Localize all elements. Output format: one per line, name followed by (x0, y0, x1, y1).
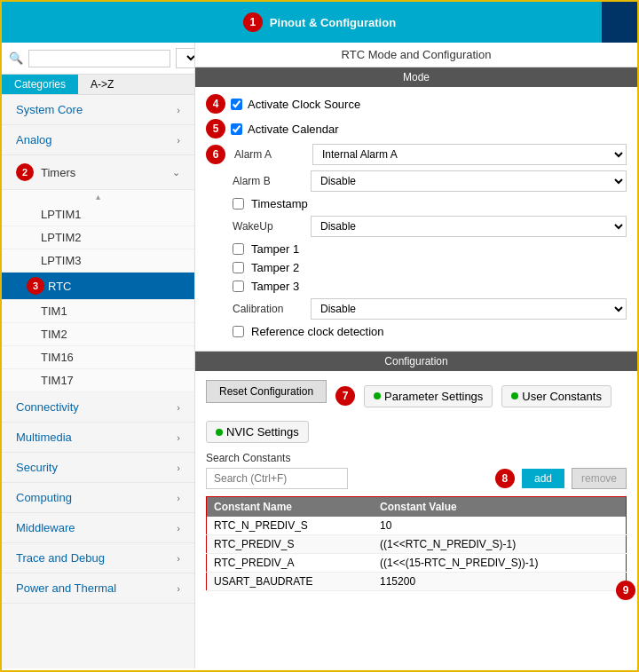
alarm-b-select[interactable]: Disable (311, 170, 627, 192)
table-row[interactable]: RTC_PREDIV_A ((1<<(15-RTC_N_PREDIV_S))-1… (207, 554, 627, 573)
tamper2-label: Tamper 2 (251, 261, 299, 274)
activate-clock-label: Activate Clock Source (248, 98, 360, 111)
table-row[interactable]: USART_BAUDRATE 115200 (207, 573, 627, 591)
tab-parameter-settings[interactable]: Parameter Settings (364, 385, 493, 407)
wakeup-select[interactable]: Disable (311, 216, 627, 237)
step-8-badge: 8 (495, 469, 515, 488)
sub-item-label: TIM1 (41, 304, 67, 318)
search-input[interactable] (28, 50, 170, 67)
scroll-up-indicator: ▴ (2, 190, 194, 203)
sidebar-item-system-core[interactable]: System Core › (2, 95, 194, 125)
sidebar-item-security[interactable]: Security › (2, 453, 194, 483)
step-7-badge: 7 (335, 386, 355, 406)
sidebar-item-label: System Core (16, 103, 83, 116)
sub-item-rtc[interactable]: 3 RTC (2, 273, 194, 300)
sidebar-item-multimedia[interactable]: Multimedia › (2, 423, 194, 453)
sidebar-item-label: Middleware (16, 521, 75, 534)
sidebar-item-middleware[interactable]: Middleware › (2, 513, 194, 543)
activate-clock-checkbox[interactable] (231, 99, 242, 110)
calibration-label: Calibration (233, 303, 304, 315)
add-button[interactable]: add (522, 469, 564, 488)
sub-item-tim16[interactable]: TIM16 (2, 346, 194, 369)
wakeup-label: WakeUp (233, 220, 304, 233)
constants-search-row: 8 add remove (206, 468, 627, 489)
alarm-a-select[interactable]: Internal Alarm A (312, 144, 627, 165)
tab-categories[interactable]: Categories (2, 75, 78, 94)
sub-item-tim1[interactable]: TIM1 (2, 300, 194, 323)
constants-table: Constant Name Constant Value RTC_N_PREDI… (206, 496, 627, 591)
table-row[interactable]: RTC_N_PREDIV_S 10 (207, 517, 627, 535)
constant-name: RTC_PREDIV_S (207, 535, 374, 554)
sub-item-label: LPTIM1 (41, 208, 82, 221)
timestamp-checkbox[interactable] (233, 198, 244, 210)
sub-item-lptim2[interactable]: LPTIM2 (2, 226, 194, 249)
calibration-select[interactable]: Disable (311, 298, 627, 320)
calibration-row: Calibration Disable (206, 298, 627, 320)
activate-calendar-label: Activate Calendar (248, 123, 339, 136)
constant-name: RTC_PREDIV_A (207, 554, 374, 573)
wakeup-row: WakeUp Disable (206, 216, 627, 237)
chevron-right-icon: › (177, 583, 180, 594)
tab-nvic-settings[interactable]: NVIC Settings (206, 421, 309, 443)
tamper2-row: Tamper 2 (206, 261, 627, 274)
alarm-b-label: Alarm B (233, 175, 304, 187)
search-constants-label: Search Constants (206, 452, 627, 464)
sidebar-item-label: Analog (16, 133, 51, 146)
tab-dot-icon (511, 392, 518, 399)
activate-calendar-checkbox[interactable] (231, 123, 242, 135)
sub-item-label: TIM16 (41, 351, 74, 364)
search-dropdown[interactable] (176, 48, 195, 68)
tab-user-constants[interactable]: User Constants (501, 385, 611, 407)
ref-clock-checkbox[interactable] (233, 326, 244, 337)
tamper3-row: Tamper 3 (206, 280, 627, 293)
alarm-a-label: Alarm A (234, 148, 305, 161)
sub-item-tim17[interactable]: TIM17 (2, 369, 194, 392)
sidebar-item-trace-debug[interactable]: Trace and Debug › (2, 543, 194, 573)
chevron-right-icon: › (177, 402, 180, 413)
step-2-badge: 2 (16, 163, 34, 181)
tab-label: Parameter Settings (384, 390, 483, 403)
chevron-right-icon: › (177, 523, 180, 534)
sub-item-lptim3[interactable]: LPTIM3 (2, 249, 194, 273)
sidebar-item-label: Computing (16, 491, 72, 504)
sidebar-item-power-thermal[interactable]: Power and Thermal › (2, 573, 194, 604)
sidebar-item-timers[interactable]: 2 Timers ⌄ (2, 155, 194, 190)
activate-clock-row: 4 Activate Clock Source (206, 94, 627, 114)
header-title: Pinout & Configuration (270, 16, 396, 29)
tamper3-label: Tamper 3 (251, 280, 299, 293)
sidebar-item-label: Connectivity (16, 400, 79, 414)
sidebar-item-computing[interactable]: Computing › (2, 483, 194, 513)
alarm-b-row: Alarm B Disable (206, 170, 627, 192)
timers-sub-items: ▴ LPTIM1 LPTIM2 LPTIM3 3 RTC TIM1 TIM2 T… (2, 190, 194, 392)
tamper1-checkbox[interactable] (233, 243, 244, 255)
sidebar: 🔍 ⚙ Categories A->Z System Core › Analog… (2, 43, 195, 668)
sidebar-item-connectivity[interactable]: Connectivity › (2, 392, 194, 423)
tab-atoz[interactable]: A->Z (78, 75, 126, 94)
constant-name: RTC_N_PREDIV_S (207, 517, 374, 535)
chevron-right-icon: › (177, 462, 180, 473)
chevron-right-icon: › (177, 493, 180, 503)
search-bar: 🔍 ⚙ (2, 43, 194, 75)
sub-item-tim2[interactable]: TIM2 (2, 323, 194, 346)
sub-item-label: LPTIM3 (41, 254, 82, 267)
sidebar-tabs: Categories A->Z (2, 75, 194, 95)
constant-value: ((1<<RTC_N_PREDIV_S)-1) (373, 535, 626, 554)
sidebar-item-analog[interactable]: Analog › (2, 125, 194, 155)
col-header-name: Constant Name (207, 497, 374, 518)
remove-button[interactable]: remove (572, 468, 627, 489)
tamper3-checkbox[interactable] (233, 281, 244, 292)
tamper2-checkbox[interactable] (233, 262, 244, 273)
header-corner (602, 2, 637, 43)
table-row[interactable]: RTC_PREDIV_S ((1<<RTC_N_PREDIV_S)-1) (207, 535, 627, 554)
chevron-right-icon: › (177, 105, 180, 115)
main-layout: 🔍 ⚙ Categories A->Z System Core › Analog… (2, 43, 637, 668)
sub-item-lptim1[interactable]: LPTIM1 (2, 203, 194, 226)
mode-header: Mode (195, 67, 637, 87)
content-area: RTC Mode and Configuration Mode 4 Activa… (195, 43, 637, 668)
step-6-badge: 6 (206, 145, 225, 164)
constant-name: USART_BAUDRATE (207, 573, 374, 591)
reset-config-button[interactable]: Reset Configuration (206, 380, 327, 403)
alarm-a-row: 6 Alarm A Internal Alarm A (206, 144, 627, 165)
constants-search-input[interactable] (206, 468, 348, 489)
constant-value: 10 (373, 517, 626, 535)
